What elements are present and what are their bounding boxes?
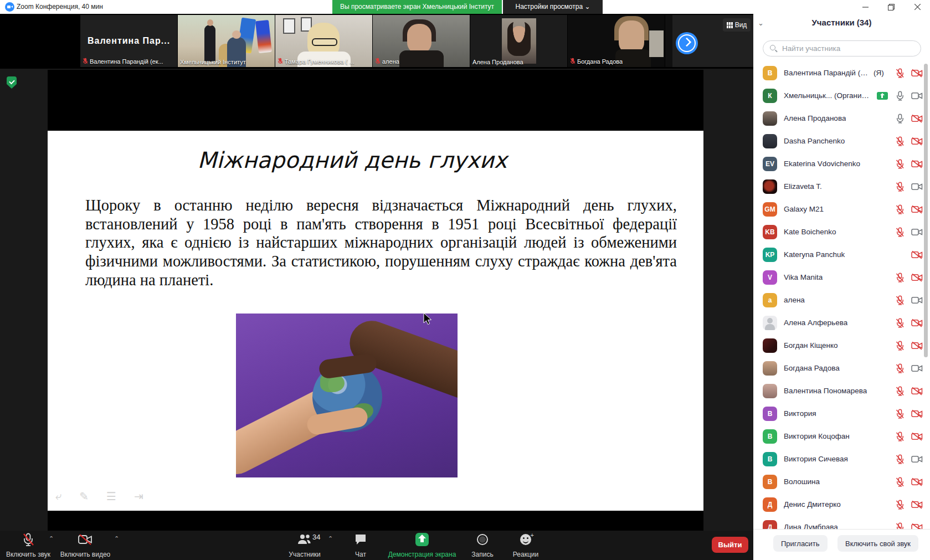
avatar	[763, 384, 777, 398]
meeting-toolbar: Включить звук ⌃ Включить видео ⌃ Участни…	[0, 531, 753, 560]
viewing-screen-banner: Вы просматриваете экран Хмельницький Інс…	[332, 0, 502, 14]
participant-name: Dasha Panchenko	[784, 137, 845, 145]
tile-name-label: Алена Проданова	[472, 59, 523, 65]
screen-sharing-badge-icon	[877, 92, 888, 100]
view-settings-button[interactable]: Настройки просмотра ⌄	[503, 0, 603, 14]
share-screen-button[interactable]: Демонстрация экрана	[383, 533, 461, 558]
participant-name: Виктория Коцофан	[784, 432, 850, 440]
camera-status-icon	[911, 227, 922, 237]
camera-status-icon	[911, 273, 922, 282]
unmute-options-chevron[interactable]: ⌃	[49, 535, 54, 542]
participants-options-chevron[interactable]: ⌃	[328, 535, 333, 542]
participant-name: Волошина	[784, 477, 820, 486]
participant-row[interactable]: EV Ekaterina Vdovichenko	[753, 152, 930, 175]
close-icon	[914, 4, 921, 10]
video-tile[interactable]: Хмельницький Інститут	[178, 15, 275, 67]
avatar: В	[763, 66, 777, 80]
camera-status-icon	[911, 500, 922, 510]
participant-row[interactable]: Dasha Panchenko	[753, 130, 930, 152]
leave-meeting-button[interactable]: Выйти	[712, 537, 748, 553]
record-button[interactable]: Запись	[469, 533, 496, 558]
reactions-button[interactable]: + Реакции	[510, 533, 542, 558]
video-tile[interactable]: Богдана Радова	[568, 15, 665, 67]
camera-muted-icon	[78, 533, 93, 546]
minimize-button[interactable]	[856, 0, 875, 14]
avatar	[763, 361, 777, 376]
participant-name: Богдана Радова	[784, 364, 840, 372]
muted-mic-icon	[375, 58, 381, 65]
unmute-self-button[interactable]: Включить свой звук	[837, 535, 918, 552]
camera-status-icon	[911, 136, 922, 146]
participant-row[interactable]: Богдан Кіщенко	[753, 334, 930, 357]
participant-row[interactable]: В Виктория	[753, 402, 930, 425]
avatar: GM	[763, 202, 777, 217]
participant-row[interactable]: В Валентина Парандій (експе... (Я)	[753, 61, 930, 84]
participant-row[interactable]: Д Денис Дмитерко	[753, 493, 930, 516]
unmute-button[interactable]: Включить звук	[7, 533, 50, 558]
maximize-button[interactable]	[882, 0, 901, 14]
meeting-stage: Валентина Пар... Валентина Парандій (ек.…	[0, 14, 753, 560]
participant-row[interactable]: К Хмельницьк... (Организатор)	[753, 84, 930, 107]
camera-status-icon	[911, 341, 922, 351]
mic-status-icon	[895, 522, 906, 530]
zoom-app-icon	[5, 2, 14, 12]
video-tile[interactable]: Тамара Гуменникова ( ...	[275, 15, 372, 67]
share-screen-icon	[415, 533, 429, 546]
participant-row[interactable]: Elizaveta T.	[753, 175, 930, 198]
invite-button[interactable]: Пригласить	[773, 535, 828, 552]
close-button[interactable]	[908, 0, 927, 14]
participant-name: Алена Алферьева	[784, 318, 847, 327]
camera-status-icon	[911, 409, 922, 419]
chat-button[interactable]: Чат	[348, 533, 373, 558]
avatar: Д	[763, 497, 777, 512]
tile-name-label: алена	[375, 58, 399, 65]
video-tile[interactable]: алена	[373, 15, 470, 67]
mic-status-icon	[895, 204, 906, 214]
participant-name: Денис Дмитерко	[784, 500, 841, 508]
slide-nav-icons: ⤶✎☰⇥	[55, 490, 143, 503]
participants-icon	[297, 533, 312, 546]
participant-row[interactable]: V Vika Manita	[753, 266, 930, 289]
hands-globe-image	[236, 314, 458, 477]
participants-button[interactable]: Участники 34	[284, 533, 326, 558]
participant-row[interactable]: В Волошина	[753, 470, 930, 493]
participant-row[interactable]: Богдана Радова	[753, 357, 930, 379]
minimize-icon	[862, 4, 869, 10]
mic-status-icon	[895, 114, 906, 124]
mic-status-icon	[895, 318, 906, 328]
mic-status-icon	[895, 500, 906, 510]
participant-row[interactable]: Д Дина Думбрава	[753, 516, 930, 529]
record-icon	[477, 534, 488, 545]
participant-row[interactable]: KB Kate Boichenko	[753, 220, 930, 243]
window-title: Zoom Конференция, 40 мин	[17, 0, 103, 14]
search-input[interactable]	[782, 42, 915, 55]
video-filmstrip: Валентина Пар... Валентина Парандій (ек.…	[0, 14, 753, 69]
participant-row[interactable]: GM Galaxy M21	[753, 198, 930, 220]
participant-row[interactable]: KP Kateryna Panchuk	[753, 243, 930, 266]
tile-name-label: Богдана Радова	[570, 58, 623, 65]
avatar: В	[763, 475, 777, 489]
participants-count-badge: 34	[312, 533, 320, 541]
participant-name: Galaxy M21	[784, 205, 824, 213]
avatar: В	[763, 452, 777, 466]
mic-status-icon	[895, 409, 906, 419]
mic-status-icon	[895, 227, 906, 237]
shared-screen: Міжнародний день глухих Щороку в останню…	[48, 70, 703, 544]
avatar	[763, 338, 777, 353]
participant-name: Алена Проданова	[784, 114, 846, 122]
camera-status-icon	[911, 522, 922, 530]
next-videos-arrow-button[interactable]	[676, 32, 698, 54]
mic-status-icon	[895, 182, 906, 192]
view-layout-button[interactable]: Вид	[723, 18, 751, 32]
participant-row[interactable]: Валентина Пономарева	[753, 379, 930, 402]
video-tile[interactable]: Валентина Пар... Валентина Парандій (ек.…	[80, 15, 177, 67]
participant-row[interactable]: В Виктория Сичевая	[753, 448, 930, 470]
panel-scrollbar[interactable]	[924, 64, 928, 357]
participant-row[interactable]: В Виктория Коцофан	[753, 425, 930, 448]
participant-row[interactable]: Алена Алферьева	[753, 311, 930, 334]
video-options-chevron[interactable]: ⌃	[114, 535, 119, 542]
start-video-button[interactable]: Включить видео	[60, 533, 111, 558]
participant-row[interactable]: a алена	[753, 289, 930, 311]
video-tile[interactable]: Алена Проданова	[470, 15, 567, 67]
participant-row[interactable]: Алена Проданова	[753, 107, 930, 130]
